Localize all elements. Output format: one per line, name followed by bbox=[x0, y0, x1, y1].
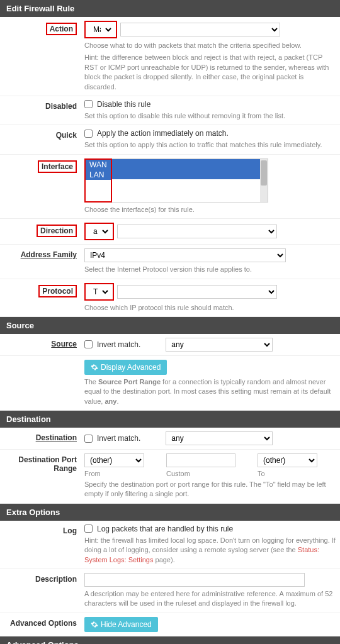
dest-port-hint: Specify the destination port or port ran… bbox=[84, 480, 337, 499]
extra-header: Extra Options bbox=[0, 504, 340, 521]
page-title: Edit Firewall Rule bbox=[0, 0, 340, 17]
protocol-hint: Choose which IP protocol this rule shoul… bbox=[84, 303, 337, 313]
protocol-label: Protocol bbox=[3, 283, 84, 297]
destination-label: Destination bbox=[3, 431, 84, 442]
interface-listbox[interactable]: WIFI OPT2 bbox=[112, 158, 268, 203]
log-label: Log bbox=[3, 525, 84, 535]
from-label: From bbox=[84, 470, 144, 477]
interface-label: Interface bbox=[3, 158, 84, 173]
quick-checkbox[interactable] bbox=[84, 130, 93, 138]
interface-scrollbar[interactable] bbox=[260, 159, 268, 202]
dest-invert-label: Invert match. bbox=[97, 434, 140, 443]
action-label: Action bbox=[3, 21, 84, 35]
protocol-select-wide[interactable] bbox=[117, 285, 277, 299]
addrfam-hint: Select the Internet Protocol version thi… bbox=[84, 265, 337, 274]
gear-icon bbox=[91, 364, 98, 371]
source-any-select[interactable]: any bbox=[166, 338, 273, 352]
source-invert-checkbox[interactable] bbox=[84, 340, 93, 348]
interface-wifi[interactable]: WIFI bbox=[112, 179, 268, 189]
disabled-checkbox[interactable] bbox=[84, 100, 93, 108]
gear-icon bbox=[91, 621, 98, 628]
description-input[interactable] bbox=[84, 573, 305, 587]
quick-label: Quick bbox=[3, 129, 84, 140]
interface-opt2[interactable]: OPT2 bbox=[112, 189, 268, 199]
to-label: To bbox=[258, 470, 317, 477]
direction-select-wide[interactable] bbox=[117, 225, 277, 238]
description-label: Description bbox=[3, 573, 84, 584]
addrfam-select[interactable]: IPv4 bbox=[84, 248, 286, 262]
action-hint2: Hint: the difference between block and r… bbox=[84, 53, 337, 92]
source-header: Source bbox=[0, 317, 340, 334]
disabled-cb-label: Disable this rule bbox=[97, 100, 150, 109]
interface-hint: Choose the interface(s) for this rule. bbox=[84, 205, 337, 214]
source-label: Source bbox=[3, 338, 84, 348]
hide-advanced-button[interactable]: Hide Advanced bbox=[84, 617, 158, 632]
log-hint: Hint: the firewall has limited local log… bbox=[84, 536, 337, 565]
dest-custom-input[interactable] bbox=[166, 453, 235, 467]
destination-header: Destination bbox=[0, 411, 340, 428]
action-hint: Choose what to do with packets that matc… bbox=[84, 41, 337, 50]
quick-cb-label: Apply the action immediately on match. bbox=[97, 129, 229, 138]
log-cb-label: Log packets that are handled by this rul… bbox=[97, 525, 233, 533]
direction-select[interactable]: any bbox=[88, 225, 110, 238]
dest-port-label: Destination Port Range bbox=[3, 453, 84, 473]
disabled-label: Disabled bbox=[3, 100, 84, 111]
disabled-hint: Set this option to disable this rule wit… bbox=[84, 111, 337, 121]
interface-wan[interactable]: WAN bbox=[86, 160, 111, 170]
advanced-header: Advanced Options bbox=[0, 636, 340, 644]
dest-to-select[interactable]: (other) bbox=[258, 453, 317, 467]
dest-invert-checkbox[interactable] bbox=[84, 435, 93, 443]
quick-hint: Set this option to apply this action to … bbox=[84, 140, 337, 150]
description-hint: A description may be entered here for ad… bbox=[84, 589, 337, 609]
direction-label: Direction bbox=[3, 223, 84, 237]
action-select[interactable]: Match bbox=[88, 23, 113, 36]
addrfam-label: Address Family bbox=[3, 248, 84, 259]
custom-label: Custom bbox=[166, 470, 235, 477]
dest-any-select[interactable]: any bbox=[166, 431, 273, 445]
source-invert-label: Invert match. bbox=[97, 340, 140, 349]
action-select-wide[interactable] bbox=[120, 23, 280, 36]
protocol-select[interactable]: TCP bbox=[88, 285, 110, 299]
dest-from-select[interactable]: (other) bbox=[84, 453, 144, 467]
display-advanced-button[interactable]: Display Advanced bbox=[84, 360, 167, 375]
log-checkbox[interactable] bbox=[84, 525, 93, 533]
interface-lan[interactable]: LAN bbox=[86, 170, 111, 180]
interface-listbox-highlight: WAN LAN bbox=[86, 160, 111, 180]
source-hint: The Source Port Range for a connection i… bbox=[84, 377, 337, 406]
advopt-label: Advanced Options bbox=[3, 617, 84, 628]
